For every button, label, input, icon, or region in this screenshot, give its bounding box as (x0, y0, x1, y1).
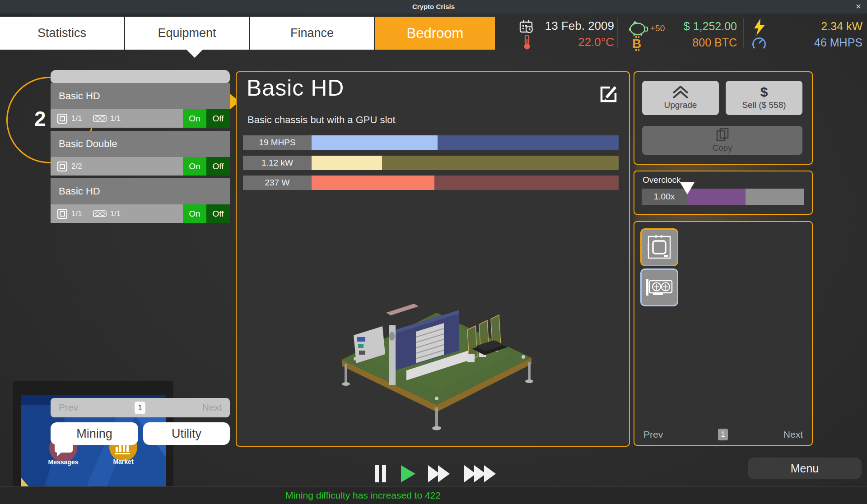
rig-item-slots-row: 2/2 On Off (51, 157, 230, 176)
tab-statistics-label: Statistics (37, 26, 86, 40)
tab-equipment-label: Equipment (158, 26, 216, 40)
rig-name: Basic HD (59, 185, 100, 197)
room-number: 2 (34, 106, 46, 131)
power-usage: 2.34 kW (821, 20, 862, 33)
rig-item-slots-row: 1/1 1/1 On Off (51, 204, 230, 223)
rig-list-pagination: Prev 1 Next (51, 398, 230, 417)
heat-stat-bar (312, 176, 619, 190)
sell-label: Sell ($ 558) (742, 100, 786, 110)
svg-text:B: B (632, 37, 641, 51)
fast-forward-button[interactable] (428, 465, 450, 482)
messages-app-label: Messages (36, 458, 90, 466)
tab-statistics[interactable]: Statistics (0, 17, 124, 50)
tab-bedroom-label: Bedroom (407, 25, 464, 42)
menu-button[interactable]: Menu (748, 458, 862, 479)
tab-utility-label: Utility (172, 427, 201, 441)
title-bar: Crypto Crisis (0, 0, 867, 14)
rig-item-slots-row: 1/1 1/1 On Off (51, 109, 230, 128)
cpu-count: 1/1 (71, 114, 82, 123)
overclock-range-used (687, 189, 746, 205)
power-stat-label: 1.12 kW (243, 156, 312, 170)
rig-list-scroll-handle[interactable] (51, 70, 230, 83)
cpu-count: 2/2 (71, 162, 82, 171)
rig-on-button[interactable]: On (183, 204, 206, 223)
tab-mining[interactable]: Mining (51, 422, 138, 445)
rig-detail-title: Basic HD (247, 75, 344, 101)
money-group: +50 $ 1,252.00 B 800 BTC (624, 17, 737, 50)
components-prev-button[interactable]: Prev (643, 429, 663, 440)
status-message: Mining difficulty has increased to 422 (285, 490, 441, 501)
tab-finance-label: Finance (290, 26, 334, 40)
gpu-card-icon (646, 278, 673, 297)
page-indicator: 1 (135, 402, 145, 414)
rig-on-button[interactable]: On (183, 109, 206, 128)
calendar-icon (519, 19, 534, 34)
eco-bonus: +50 (650, 23, 665, 33)
overclock-label: Overclock (643, 175, 681, 185)
piggy-bank-icon (628, 20, 648, 37)
gpu-icon (93, 210, 107, 217)
sell-button[interactable]: $ Sell ($ 558) (726, 81, 802, 115)
topbar-divider (617, 18, 618, 48)
fastest-forward-button[interactable] (464, 465, 496, 482)
upgrade-chevrons-icon (671, 86, 690, 98)
close-button[interactable]: × (853, 0, 864, 12)
menu-label: Menu (791, 462, 819, 475)
power-hash-group: 2.34 kW 46 MHPS (749, 17, 862, 50)
thermometer-icon (523, 35, 531, 50)
cpu-icon (57, 208, 68, 219)
btc-balance: 800 BTC (692, 36, 737, 49)
active-view-pointer-icon (186, 50, 203, 58)
upgrade-button[interactable]: Upgrade (642, 81, 719, 115)
rig-detail-description: Basic chassis but with a GPU slot (247, 114, 396, 126)
dollar-icon: $ (760, 86, 768, 98)
hashrate-stat-fill (312, 135, 438, 150)
upgrade-label: Upgrade (664, 100, 697, 110)
copy-label: Copy (712, 143, 732, 153)
play-button[interactable] (401, 465, 415, 482)
tab-finance[interactable]: Finance (250, 17, 374, 50)
cpu-socket-icon (647, 235, 671, 259)
power-stat-bar (312, 156, 619, 170)
lightning-icon (753, 18, 766, 36)
components-page-indicator: 1 (718, 429, 728, 440)
pause-button[interactable] (375, 465, 387, 482)
tab-equipment[interactable]: Equipment (125, 17, 249, 50)
tab-mining-label: Mining (76, 427, 112, 441)
rig-name: Basic HD (59, 90, 100, 102)
overclock-slider[interactable]: 1.00x (642, 189, 804, 205)
hashrate-stat-bar (312, 135, 619, 150)
room-temperature: 22.0°C (578, 35, 614, 49)
tab-bedroom[interactable]: Bedroom (375, 17, 495, 50)
cpu-icon (57, 113, 68, 124)
market-app-label: Market (96, 458, 150, 465)
date-temp-group: 13 Feb. 2009 22.0°C (510, 17, 614, 50)
power-stat-fill (312, 156, 382, 170)
gpu-count: 1/1 (110, 209, 121, 218)
rig-off-button[interactable]: Off (206, 204, 230, 223)
rename-edit-button[interactable] (598, 84, 618, 104)
rig-item-header[interactable]: Basic HD (51, 178, 230, 204)
topbar-divider (743, 18, 744, 48)
rig-on-button[interactable]: On (183, 157, 206, 176)
copy-button[interactable]: Copy (642, 126, 802, 155)
overclock-marker[interactable] (680, 182, 695, 194)
cpu-slot-tile[interactable] (640, 228, 678, 266)
game-window: 2 Messages Market Crypto Crisis × Statis… (0, 0, 867, 504)
rig-off-button[interactable]: Off (206, 157, 230, 176)
cpu-count: 1/1 (71, 209, 82, 218)
rig-item-header[interactable]: Basic HD (51, 83, 230, 109)
components-next-button[interactable]: Next (783, 429, 803, 440)
window-title: Crypto Crisis (0, 0, 867, 14)
game-date: 13 Feb. 2009 (545, 19, 614, 33)
prev-page-button[interactable]: Prev (59, 402, 78, 413)
hashrate: 46 MHPS (814, 36, 862, 49)
next-page-button[interactable]: Next (202, 402, 222, 413)
cash-balance: $ 1,252.00 (684, 20, 737, 33)
gpu-slot-tile[interactable] (640, 268, 678, 306)
heat-stat-label: 237 W (243, 176, 312, 190)
tab-utility[interactable]: Utility (143, 422, 230, 445)
rig-off-button[interactable]: Off (206, 109, 230, 128)
rig-item-header[interactable]: Basic Double (51, 131, 230, 157)
gpu-icon (93, 115, 107, 122)
